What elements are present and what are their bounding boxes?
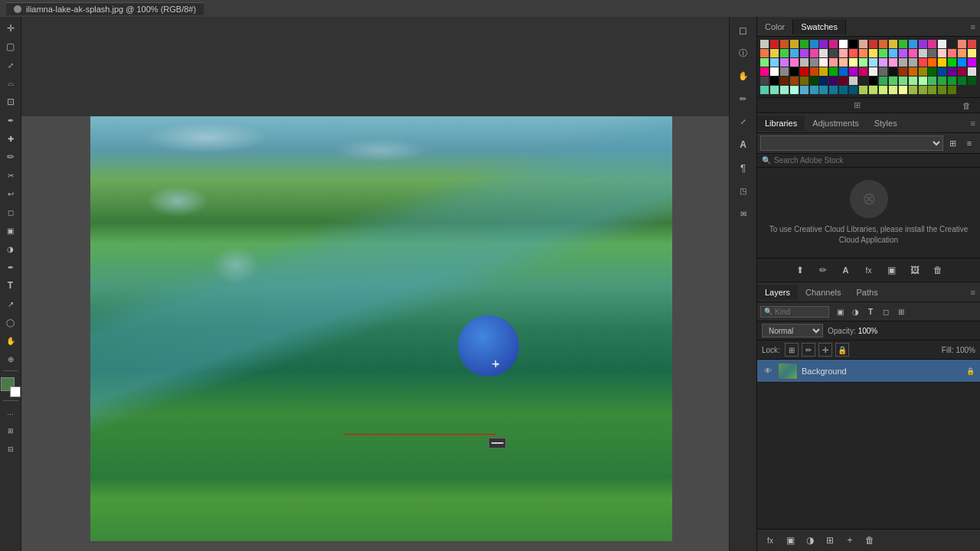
- swatch-color[interactable]: [919, 49, 927, 57]
- fill-value[interactable]: 100%: [956, 346, 975, 354]
- swatch-color[interactable]: [899, 67, 907, 76]
- swatch-color[interactable]: [780, 49, 789, 57]
- swatch-color[interactable]: [819, 40, 828, 48]
- filter-smartobj-icon[interactable]: ⊞: [894, 305, 908, 318]
- tab-swatches[interactable]: Swatches: [793, 19, 846, 34]
- swatch-color[interactable]: [829, 86, 838, 94]
- lasso-tool[interactable]: ⌓: [2, 75, 19, 92]
- history-brush-tool[interactable]: ↩: [2, 185, 19, 202]
- swatch-color[interactable]: [760, 49, 769, 57]
- swatch-color[interactable]: [928, 49, 936, 57]
- swatch-color[interactable]: [800, 67, 808, 76]
- layer-lock-icon[interactable]: 🔒: [965, 366, 975, 377]
- swatch-color[interactable]: [948, 58, 956, 67]
- tab-libraries[interactable]: Libraries: [757, 116, 805, 131]
- filter-text-icon[interactable]: T: [864, 305, 877, 318]
- layer-mask-icon[interactable]: ▣: [782, 532, 799, 549]
- lib-list-view[interactable]: ≡: [962, 135, 977, 151]
- swatch-color[interactable]: [869, 86, 877, 94]
- note-icon[interactable]: ✉: [733, 204, 753, 223]
- swatch-color[interactable]: [780, 58, 789, 67]
- swatch-color[interactable]: [938, 86, 946, 94]
- hand-icon[interactable]: ✋: [733, 66, 753, 86]
- artboard-tool[interactable]: ⊟: [2, 441, 19, 458]
- swatch-color[interactable]: [859, 58, 867, 67]
- swatch-color[interactable]: [879, 77, 887, 85]
- eyedropper-tool[interactable]: ✒: [2, 112, 19, 129]
- lib-edit-icon[interactable]: ✏: [815, 262, 831, 279]
- filter-shape-icon[interactable]: ◻: [879, 305, 893, 318]
- lib-search-input[interactable]: [774, 156, 975, 165]
- swatch-color[interactable]: [780, 40, 789, 48]
- lib-grid-view[interactable]: ⊞: [945, 135, 960, 151]
- swatch-color[interactable]: [819, 67, 828, 76]
- lib-text-icon[interactable]: A: [838, 262, 854, 279]
- swatch-color[interactable]: [899, 86, 907, 94]
- swatch-color[interactable]: [879, 49, 887, 57]
- eraser-tool[interactable]: ◻: [2, 204, 19, 220]
- layer-visibility-icon[interactable]: 👁: [762, 365, 774, 377]
- swatch-color[interactable]: [770, 86, 779, 94]
- swatch-color[interactable]: [869, 49, 877, 57]
- filter-kind-input[interactable]: [775, 308, 821, 316]
- swatch-color[interactable]: [810, 67, 818, 76]
- type-icon[interactable]: A: [733, 135, 753, 155]
- filter-adjustment-icon[interactable]: ◑: [848, 305, 862, 318]
- swatch-color[interactable]: [859, 77, 867, 85]
- pen-tool[interactable]: ✒: [2, 259, 19, 276]
- swatch-color[interactable]: [849, 40, 858, 48]
- swatch-color[interactable]: [780, 77, 789, 85]
- layer-adjustment-icon[interactable]: ◑: [802, 532, 818, 549]
- swatch-color[interactable]: [849, 77, 858, 85]
- info-icon[interactable]: ⓘ: [733, 43, 753, 63]
- zoom-tool[interactable]: ⊕: [2, 350, 19, 367]
- history-icon[interactable]: ◳: [733, 181, 753, 201]
- tab-styles[interactable]: Styles: [867, 116, 905, 131]
- swatch-color[interactable]: [968, 49, 976, 57]
- heal-tool[interactable]: ✚: [2, 130, 19, 147]
- brush-icon[interactable]: ✏: [733, 89, 753, 109]
- swatch-color[interactable]: [810, 58, 818, 67]
- swatch-color[interactable]: [919, 40, 927, 48]
- swatch-color[interactable]: [790, 86, 799, 94]
- swatch-color[interactable]: [800, 86, 808, 94]
- layer-new-icon[interactable]: +: [841, 532, 858, 549]
- lib-dropdown[interactable]: [760, 135, 943, 151]
- tab-color[interactable]: Color: [757, 19, 793, 34]
- swatch-color[interactable]: [819, 49, 828, 57]
- swatch-color[interactable]: [938, 58, 946, 67]
- swatch-color[interactable]: [839, 67, 848, 76]
- transform-tool[interactable]: ⤢: [2, 57, 19, 73]
- swatch-color[interactable]: [780, 86, 789, 94]
- swatch-color[interactable]: [800, 40, 808, 48]
- swatch-color[interactable]: [829, 67, 838, 76]
- tab-channels[interactable]: Channels: [798, 285, 848, 300]
- document-tab[interactable]: iliamna-lake-ak-splash.jpg @ 100% (RGB/8…: [6, 2, 204, 15]
- swatch-color[interactable]: [869, 67, 877, 76]
- swatch-color[interactable]: [889, 40, 897, 48]
- swatch-color[interactable]: [869, 77, 877, 85]
- swatch-color[interactable]: [869, 40, 877, 48]
- swatch-color[interactable]: [889, 49, 897, 57]
- lib-panel-menu[interactable]: ≡: [966, 119, 980, 128]
- opacity-value[interactable]: 100%: [858, 327, 878, 335]
- path-selection-tool[interactable]: ↗: [2, 295, 19, 312]
- swatch-color[interactable]: [938, 40, 946, 48]
- color-swatches[interactable]: [1, 377, 21, 397]
- swatch-color[interactable]: [770, 49, 779, 57]
- swatch-color[interactable]: [829, 40, 838, 48]
- swatch-color[interactable]: [839, 77, 848, 85]
- swatch-color[interactable]: [968, 58, 976, 67]
- layer-fx-icon[interactable]: fx: [762, 532, 779, 549]
- swatch-color[interactable]: [968, 67, 976, 76]
- swatch-color[interactable]: [790, 67, 799, 76]
- lib-image-icon[interactable]: 🖼: [906, 262, 923, 279]
- swatch-color[interactable]: [919, 67, 927, 76]
- swatch-color[interactable]: [800, 58, 808, 67]
- swatch-color[interactable]: [770, 58, 779, 67]
- swatch-color[interactable]: [909, 77, 917, 85]
- lib-delete-icon[interactable]: 🗑: [929, 262, 946, 279]
- hand-tool[interactable]: ✋: [2, 332, 19, 349]
- swatch-color[interactable]: [760, 58, 769, 67]
- swatch-color[interactable]: [760, 77, 769, 85]
